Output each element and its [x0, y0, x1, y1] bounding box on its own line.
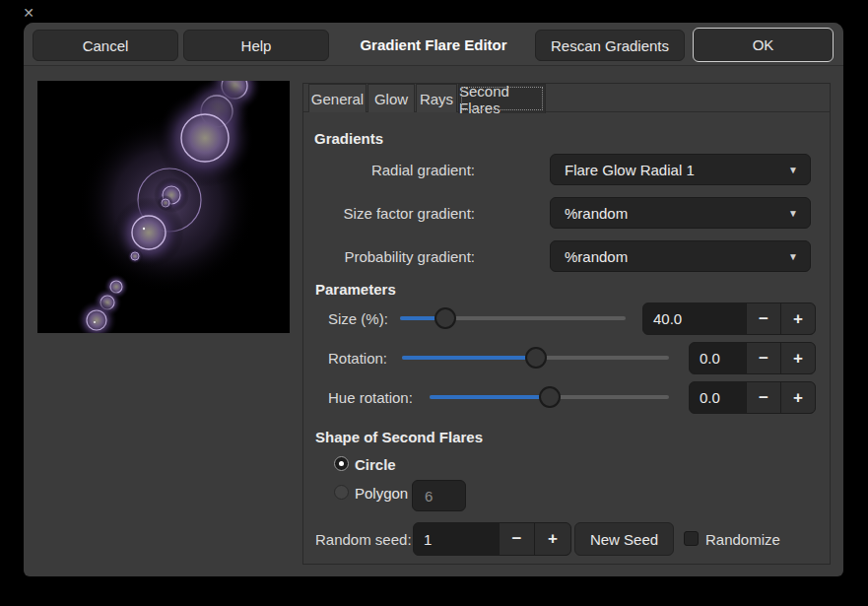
tab-bar: General Glow Rays Second Flares	[303, 84, 830, 112]
dropdown-value: %random	[565, 248, 628, 265]
slider-fill	[402, 356, 536, 360]
hue-rotation-decrement-button[interactable]: −	[746, 382, 780, 413]
polygon-sides-field[interactable]: 6	[412, 480, 466, 511]
size-value-field[interactable]: 40.0	[643, 303, 746, 334]
hue-rotation-increment-button[interactable]: +	[780, 382, 815, 413]
circle-radio[interactable]	[334, 456, 349, 471]
ok-button[interactable]: OK	[693, 28, 834, 62]
close-icon[interactable]: ✕	[20, 4, 37, 22]
size-slider[interactable]	[400, 306, 626, 330]
tab-rays[interactable]: Rays	[416, 84, 457, 112]
flare-preview	[37, 81, 290, 333]
rescan-gradients-button[interactable]: Rescan Gradients	[535, 30, 685, 61]
rotation-increment-button[interactable]: +	[780, 343, 815, 373]
hue-rotation-value-field[interactable]: 0.0	[690, 382, 746, 413]
hue-rotation-spinbox: 0.0 − +	[689, 381, 816, 414]
dropdown-value: %random	[565, 205, 628, 222]
probability-gradient-dropdown[interactable]: %random ▼	[550, 240, 811, 272]
chevron-down-icon: ▼	[788, 251, 798, 262]
slider-fill	[430, 395, 550, 399]
randomize-label: Randomize	[705, 531, 780, 548]
dropdown-value: Flare Glow Radial 1	[565, 162, 695, 178]
slider-thumb[interactable]	[539, 386, 561, 408]
rotation-decrement-button[interactable]: −	[746, 343, 780, 373]
randomize-checkbox[interactable]	[684, 531, 699, 546]
polygon-radio[interactable]	[334, 485, 349, 500]
gradient-flare-editor-dialog: Cancel Help Gradient Flare Editor Rescan…	[24, 23, 843, 576]
rotation-spinbox: 0.0 − +	[689, 342, 816, 374]
gradients-section-title: Gradients	[314, 130, 383, 147]
slider-thumb[interactable]	[525, 347, 547, 369]
random-seed-label: Random seed:	[315, 531, 412, 548]
rotation-slider[interactable]	[402, 346, 669, 370]
shape-section-title: Shape of Second Flares	[315, 429, 483, 445]
random-seed-spinbox: 1 − +	[413, 522, 571, 556]
polygon-radio-label: Polygon	[355, 485, 408, 502]
size-factor-gradient-label: Size factor gradient:	[313, 205, 475, 222]
circle-radio-label: Circle	[355, 456, 396, 473]
random-seed-increment-button[interactable]: +	[534, 523, 570, 555]
slider-thumb[interactable]	[434, 307, 456, 329]
settings-notebook: General Glow Rays Second Flares Gradient…	[302, 83, 831, 565]
tab-general[interactable]: General	[308, 84, 367, 112]
size-decrement-button[interactable]: −	[746, 303, 780, 334]
size-increment-button[interactable]: +	[780, 303, 815, 334]
rotation-label: Rotation:	[328, 350, 387, 367]
chevron-down-icon: ▼	[788, 165, 798, 175]
flare-preview-image	[37, 81, 290, 333]
header-bar: Cancel Help Gradient Flare Editor Rescan…	[24, 23, 843, 66]
hue-rotation-label: Hue rotation:	[328, 389, 413, 406]
random-seed-value-field[interactable]: 1	[414, 523, 499, 555]
size-factor-gradient-dropdown[interactable]: %random ▼	[550, 197, 811, 229]
radial-gradient-label: Radial gradient:	[313, 162, 475, 178]
tab-glow[interactable]: Glow	[367, 84, 415, 112]
probability-gradient-label: Probability gradient:	[313, 248, 475, 265]
size-label: Size (%):	[328, 310, 388, 327]
hue-rotation-slider[interactable]	[430, 385, 669, 409]
parameters-section-title: Parameters	[315, 281, 396, 298]
new-seed-button[interactable]: New Seed	[574, 522, 674, 556]
radial-gradient-dropdown[interactable]: Flare Glow Radial 1 ▼	[550, 154, 811, 185]
chevron-down-icon: ▼	[788, 208, 798, 219]
tab-second-flares[interactable]: Second Flares	[458, 84, 546, 113]
random-seed-decrement-button[interactable]: −	[499, 523, 534, 555]
size-spinbox: 40.0 − +	[642, 303, 816, 335]
rotation-value-field[interactable]: 0.0	[690, 343, 746, 373]
